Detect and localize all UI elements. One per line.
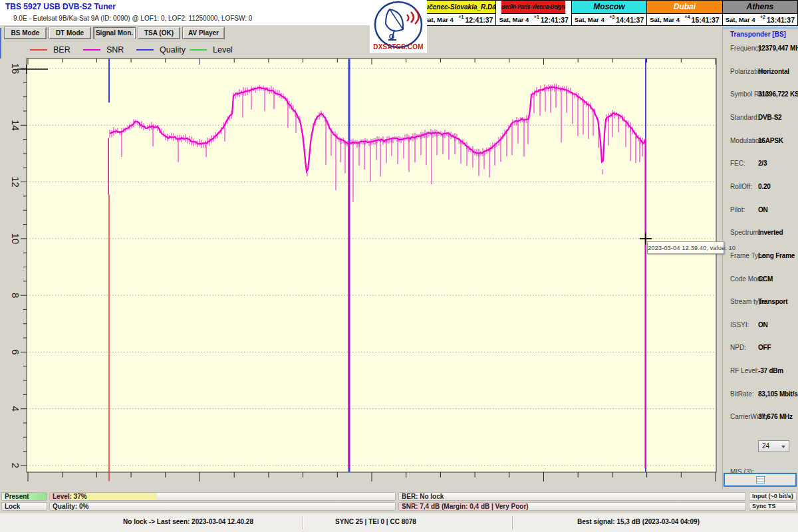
stacked-list-icon xyxy=(756,476,765,483)
tp-value-frame-type: Long Frame xyxy=(758,252,795,259)
app-title: TBS 5927 USB DVB-S2 Tuner xyxy=(5,2,116,11)
tp-value-modulation: 16APSK xyxy=(758,137,783,144)
legend-label: BER xyxy=(53,45,70,55)
tp-label-spectrum: Spectrum: xyxy=(730,229,761,236)
sync-indicator: Sync TS xyxy=(749,502,797,511)
lock-label: Lock xyxy=(5,503,20,510)
legend-label: SNR xyxy=(106,45,124,55)
transponder-panel: Transponder [BS] Frequency:12379,447 MHz… xyxy=(722,27,798,489)
clock-time-row: Sat, Mar 4+415:41:37 xyxy=(647,14,722,25)
window-edge-accent xyxy=(0,28,1,59)
status-sync-text: SYNC 25 | TEI 0 | CC 8078 xyxy=(335,518,416,525)
tab-dt-mode[interactable]: DT Mode xyxy=(49,27,91,39)
tp-value-polarization: Horizontal xyxy=(758,68,789,75)
tp-value-issyi: ON xyxy=(758,321,768,329)
clock-berlin-paris-vienna-belgrade: Berlin-Paris-Vienna-BelgradeSat, Mar 4+1… xyxy=(496,1,571,25)
tab-signal-mon[interactable]: Signal Mon. xyxy=(93,27,136,39)
tp-value-carrierwidth: 37,676 MHz xyxy=(758,413,793,420)
clock-utc-offset: +4 xyxy=(685,15,690,19)
clock-utc-offset: +2 xyxy=(760,15,765,19)
clock-time-value: 15:41:37 xyxy=(692,16,720,24)
snr-color-swatch xyxy=(83,49,100,51)
level-color-swatch xyxy=(190,49,207,51)
chevron-down-icon xyxy=(781,446,785,448)
snr-progressbar: SNR: 7,4 dB (Margin: 0,4 dB | Very Poor) xyxy=(398,502,746,511)
tp-value-symbol-rate: 31396,722 KS/s xyxy=(758,90,798,98)
status-divider xyxy=(303,516,303,529)
clock-city-label: Athens xyxy=(723,1,797,14)
tp-value-bitrate: 83,105 Mbit/s xyxy=(758,390,798,398)
y-tick-label: 6 xyxy=(10,349,21,354)
clock-time-row: Sat, Mar 4+112:41:37 xyxy=(496,14,571,25)
present-label: Present xyxy=(5,493,29,500)
clock-time-value: 12:41:37 xyxy=(541,16,569,24)
clock-utc-offset: +1 xyxy=(458,15,464,19)
tp-value-standard: DVB-S2 xyxy=(758,114,781,121)
level-label: Level: 37% xyxy=(53,493,87,500)
stream-list-button[interactable] xyxy=(724,473,797,487)
logo-text: DXSATCS.COM xyxy=(370,43,427,51)
clock-date: Sat, Mar 4 xyxy=(726,16,755,23)
clock-city-label: Moscow xyxy=(572,1,646,14)
clock-time-row: Sat, Mar 4+314:41:37 xyxy=(572,14,646,25)
clock-date: Sat, Mar 4 xyxy=(499,16,529,23)
y-tick-label: 12 xyxy=(10,176,21,188)
tp-label-pilot: Pilot: xyxy=(730,206,745,213)
legend-item-ber: BER xyxy=(30,45,70,55)
tab-bs-mode[interactable]: BS Mode xyxy=(4,27,47,39)
tab-av-player[interactable]: AV Player xyxy=(182,27,225,39)
chart-tooltip: 2023-03-04 12.39.40, value: 10 xyxy=(647,241,724,254)
present-indicator: Present xyxy=(1,492,47,501)
tp-value-frequency: 12379,447 MHz xyxy=(758,45,798,52)
clock-utc-offset: +1 xyxy=(534,15,539,19)
sync-label: Sync TS xyxy=(752,503,776,510)
legend-label: Level xyxy=(213,45,233,55)
signal-chart-canvas: 246810121416 xyxy=(0,57,725,489)
transponder-panel-title: Transponder [BS] xyxy=(730,31,786,38)
clock-dubai: DubaiSat, Mar 4+415:41:37 xyxy=(647,1,722,25)
tp-value-pilot: ON xyxy=(758,206,768,213)
tp-label-standard: Standard: xyxy=(730,114,759,121)
clock-moscow: MoscowSat, Mar 4+314:41:37 xyxy=(572,1,647,25)
clock-city-label: Lučenec-Slovakia_R.Dávid xyxy=(421,1,495,14)
clock-date: Sat, Mar 4 xyxy=(575,16,604,23)
mis-dropdown-value: 24 xyxy=(762,442,769,450)
ber-indicator: BER: No lock xyxy=(398,492,746,501)
tp-value-stream-type: Transport xyxy=(758,298,787,305)
y-tick-label: 2 xyxy=(10,463,21,468)
clock-lu-enec-slovakia-r-d-vid: Lučenec-Slovakia_R.DávidSat, Mar 4+112:4… xyxy=(421,1,496,25)
header: TBS 5927 USB DVB-S2 Tuner 9.0E - Eutelsa… xyxy=(0,0,426,25)
y-tick-label: 14 xyxy=(10,120,21,131)
tp-value-rolloff: 0.20 xyxy=(758,183,771,190)
clock-city-label: Dubai xyxy=(647,1,722,14)
status-divider xyxy=(512,516,513,529)
legend-item-level: Level xyxy=(190,45,233,55)
panel-top-accent xyxy=(723,27,798,29)
status-bar: No lock -> Last seen: 2023-03-04 12.40.2… xyxy=(0,513,798,532)
quality-color-swatch xyxy=(136,49,154,51)
tp-label-rf-level: RF Level: xyxy=(730,367,759,374)
mode-tabs: BS ModeDT ModeSignal Mon.TSA (OK)AV Play… xyxy=(4,27,225,39)
tuner-app-window: TBS 5927 USB DVB-S2 Tuner 9.0E - Eutelsa… xyxy=(0,0,798,532)
tp-value-spectrum: Inverted xyxy=(758,229,783,236)
y-tick-label: 4 xyxy=(10,406,21,412)
clock-time-value: 13:41:37 xyxy=(767,16,795,24)
snr-label: SNR: 7,4 dB (Margin: 0,4 dB | Very Poor) xyxy=(402,503,529,510)
tp-value-fec: 2/3 xyxy=(758,160,767,167)
clock-date: Sat, Mar 4 xyxy=(650,16,680,23)
y-tick-label: 10 xyxy=(10,233,21,245)
mis-dropdown[interactable]: 24 xyxy=(758,440,789,452)
tp-value-code-mode: CCM xyxy=(758,275,773,283)
clock-time-value: 12:41:37 xyxy=(465,16,493,24)
legend-item-quality: Quality xyxy=(136,45,186,55)
clock-city-label: Berlin-Paris-Vienna-Belgrade xyxy=(501,1,566,14)
status-best-signal-text: Best signal: 15,3 dB (2023-03-04 04:09) xyxy=(577,518,700,525)
y-tick-label: 16 xyxy=(10,63,21,74)
tp-label-bitrate: BitRate: xyxy=(730,390,754,398)
signal-chart[interactable]: 246810121416 xyxy=(0,57,725,489)
clock-athens: AthensSat, Mar 4+213:41:37 xyxy=(723,1,797,25)
world-clocks-strip: Lučenec-Slovakia_R.DávidSat, Mar 4+112:4… xyxy=(420,0,798,26)
tab-tsa-ok[interactable]: TSA (OK) xyxy=(138,27,180,39)
clock-time-value: 14:41:37 xyxy=(616,16,644,24)
quality-progressbar: Quality: 0% xyxy=(49,502,396,511)
